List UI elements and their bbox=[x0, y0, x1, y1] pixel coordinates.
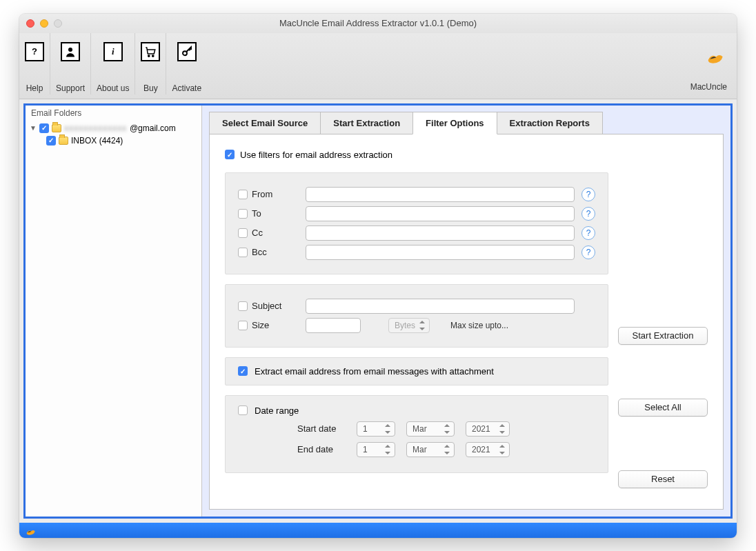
content-frame: Email Folders ▼ ✓ xxxxxxxxxxxxx@gmail.co… bbox=[23, 103, 733, 519]
subject-input[interactable] bbox=[306, 299, 575, 314]
toolbar-item-help[interactable]: ? Help bbox=[19, 33, 50, 94]
select-all-button[interactable]: Select All bbox=[618, 399, 708, 417]
toolbar-item-activate[interactable]: Activate bbox=[166, 33, 207, 94]
to-label: To bbox=[252, 208, 296, 219]
toolbar-item-support[interactable]: Support bbox=[50, 33, 91, 94]
size-unit-select[interactable]: Bytes bbox=[388, 318, 430, 333]
from-checkbox[interactable]: ✓ bbox=[238, 190, 248, 199]
help-icon[interactable]: ? bbox=[581, 246, 595, 259]
sidebar-title: Email Folders bbox=[26, 106, 201, 121]
subject-label: Subject bbox=[252, 301, 296, 311]
to-input[interactable] bbox=[306, 206, 575, 221]
attachment-label: Extract email address from email message… bbox=[255, 366, 494, 377]
bcc-label: Bcc bbox=[252, 247, 296, 257]
cc-input[interactable] bbox=[306, 226, 575, 241]
to-checkbox[interactable]: ✓ bbox=[238, 209, 248, 219]
end-month-select[interactable]: Mar bbox=[406, 442, 455, 457]
app-window: MacUncle Email Address Extractor v1.0.1 … bbox=[19, 14, 737, 538]
checkbox[interactable]: ✓ bbox=[46, 136, 56, 146]
help-icon[interactable]: ? bbox=[581, 226, 595, 240]
account-suffix: @gmail.com bbox=[130, 123, 176, 133]
support-icon bbox=[61, 42, 80, 61]
end-year-select[interactable]: 2021 bbox=[466, 442, 510, 457]
date-range-label: Date range bbox=[255, 405, 299, 416]
end-day-select[interactable]: 1 bbox=[357, 442, 395, 457]
status-bar bbox=[19, 523, 737, 538]
start-day-select[interactable]: 1 bbox=[357, 421, 395, 437]
size-input[interactable] bbox=[306, 318, 361, 333]
bcc-input[interactable] bbox=[306, 245, 575, 260]
cc-label: Cc bbox=[252, 228, 296, 238]
tree-root-row[interactable]: ▼ ✓ xxxxxxxxxxxxx@gmail.com bbox=[30, 122, 197, 134]
account-name-obscured: xxxxxxxxxxxxx bbox=[64, 123, 127, 133]
bcc-checkbox[interactable]: ✓ bbox=[238, 248, 248, 257]
tab-start-extraction[interactable]: Start Extraction bbox=[320, 112, 413, 134]
from-label: From bbox=[252, 189, 296, 199]
cc-checkbox[interactable]: ✓ bbox=[238, 228, 248, 238]
date-range-checkbox[interactable]: ✓ bbox=[238, 405, 248, 415]
toolbar-item-buy[interactable]: Buy bbox=[135, 33, 166, 94]
svg-point-1 bbox=[148, 54, 150, 56]
close-window-button[interactable] bbox=[26, 19, 34, 28]
info-icon: i bbox=[103, 42, 123, 61]
folder-icon bbox=[59, 137, 68, 145]
from-input[interactable] bbox=[306, 187, 575, 202]
svg-point-3 bbox=[183, 51, 187, 55]
svg-point-0 bbox=[68, 48, 72, 52]
size-checkbox[interactable]: ✓ bbox=[238, 321, 248, 330]
checkbox[interactable]: ✓ bbox=[39, 123, 49, 133]
disclosure-triangle-icon[interactable]: ▼ bbox=[30, 124, 37, 132]
tab-filter-options[interactable]: Filter Options bbox=[412, 112, 497, 134]
sidebar: Email Folders ▼ ✓ xxxxxxxxxxxxx@gmail.co… bbox=[26, 106, 202, 517]
minimize-window-button[interactable] bbox=[40, 19, 48, 28]
side-buttons: Start Extraction Select All Reset bbox=[618, 150, 708, 494]
use-filters-checkbox[interactable]: ✓ bbox=[225, 150, 235, 159]
brand-label: MacUncle bbox=[690, 82, 727, 92]
start-year-select[interactable]: 2021 bbox=[466, 421, 510, 437]
attachment-checkbox[interactable]: ✓ bbox=[238, 366, 248, 376]
key-icon bbox=[177, 42, 197, 61]
toolbar-label: Activate bbox=[172, 83, 201, 93]
help-icon: ? bbox=[25, 42, 44, 61]
tab-select-source[interactable]: Select Email Source bbox=[209, 112, 321, 134]
toolbar-label: About us bbox=[97, 83, 129, 93]
window-controls bbox=[26, 19, 62, 28]
max-size-hint: Max size upto... bbox=[450, 321, 508, 330]
toolbar-label: Help bbox=[26, 83, 43, 93]
use-filters-row: ✓ Use filters for email address extracti… bbox=[225, 150, 608, 160]
help-icon[interactable]: ? bbox=[581, 207, 595, 221]
start-date-label: Start date bbox=[297, 423, 346, 434]
subject-size-section: ✓Subject ✓Size Bytes Max size upto... bbox=[225, 284, 608, 348]
use-filters-label: Use filters for email address extraction bbox=[240, 150, 392, 160]
titlebar: MacUncle Email Address Extractor v1.0.1 … bbox=[19, 14, 737, 33]
size-label: Size bbox=[252, 320, 296, 330]
toolbar-label: Buy bbox=[143, 83, 158, 93]
date-range-section: ✓ Date range Start date 1 Mar 2021 End d… bbox=[225, 395, 608, 473]
brand-area: MacUncle bbox=[690, 33, 737, 94]
svg-point-2 bbox=[152, 54, 154, 56]
content: Email Folders ▼ ✓ xxxxxxxxxxxxx@gmail.co… bbox=[19, 99, 737, 523]
tree-child-row[interactable]: ✓ INBOX (4424) bbox=[30, 134, 197, 147]
end-date-label: End date bbox=[297, 444, 346, 454]
start-month-select[interactable]: Mar bbox=[406, 421, 455, 437]
window-title: MacUncle Email Address Extractor v1.0.1 … bbox=[279, 18, 477, 28]
brand-icon bbox=[705, 46, 724, 65]
attachment-section: ✓ Extract email address from email messa… bbox=[225, 357, 608, 385]
main-pane: Select Email Source Start Extraction Fil… bbox=[202, 106, 730, 517]
start-extraction-button[interactable]: Start Extraction bbox=[618, 327, 708, 345]
folder-label: INBOX (4424) bbox=[71, 136, 123, 146]
folder-tree: ▼ ✓ xxxxxxxxxxxxx@gmail.com ✓ INBOX (442… bbox=[26, 121, 201, 148]
tab-bar: Select Email Source Start Extraction Fil… bbox=[202, 106, 730, 134]
cart-icon bbox=[141, 42, 160, 61]
toolbar-item-about[interactable]: i About us bbox=[91, 33, 135, 94]
toolbar: ? Help Support i About us Buy Activate bbox=[19, 33, 737, 99]
reset-button[interactable]: Reset bbox=[618, 470, 708, 488]
subject-checkbox[interactable]: ✓ bbox=[238, 301, 248, 311]
zoom-window-button[interactable] bbox=[54, 19, 62, 28]
address-filters-section: ✓From ? ✓To ? ✓Cc bbox=[225, 172, 608, 274]
filter-panel: ✓ Use filters for email address extracti… bbox=[209, 134, 724, 510]
status-brand-icon bbox=[25, 525, 36, 536]
tab-extraction-reports[interactable]: Extraction Reports bbox=[497, 112, 603, 134]
help-icon[interactable]: ? bbox=[581, 188, 595, 201]
folder-icon bbox=[52, 124, 61, 132]
